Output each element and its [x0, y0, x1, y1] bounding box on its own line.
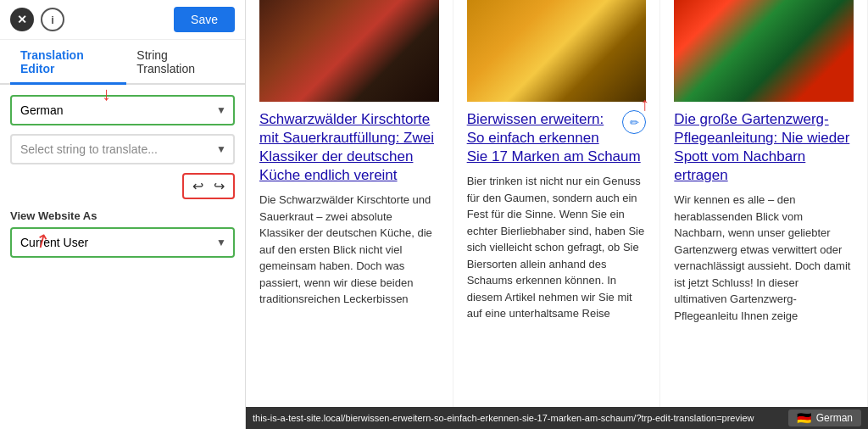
article-title-1[interactable]: Schwarzwälder Kirschtorte mit Sauerkraut…	[259, 110, 439, 185]
view-as-select-wrapper: Current User Administrator Guest ▼	[10, 227, 235, 258]
german-flag: 🇩🇪	[797, 411, 811, 425]
status-url: this-is-a-test-site.local/bierwissen-erw…	[253, 413, 754, 423]
string-select-wrapper: Select string to translate... ▼	[10, 134, 235, 164]
article-text-1: Die Schwarzwälder Kirschtorte und Sauerk…	[259, 192, 439, 308]
panel-body: ↓ German French Spanish ▼ Select string …	[0, 85, 245, 209]
tab-bar: Translation Editor String Translation	[0, 40, 245, 85]
tab-translation-editor[interactable]: Translation Editor	[10, 40, 126, 85]
article-col-3: Die große Gartenzwerg-Pflegeanleitung: N…	[660, 0, 868, 429]
german-badge: 🇩🇪 German	[788, 410, 861, 426]
translation-panel: ✕ i Save Translation Editor String Trans…	[0, 0, 246, 429]
string-select[interactable]: Select string to translate...	[10, 134, 235, 164]
close-button[interactable]: ✕	[10, 8, 34, 31]
info-button[interactable]: i	[41, 8, 64, 31]
content-grid: Schwarzwälder Kirschtorte mit Sauerkraut…	[246, 0, 868, 429]
article-title-2-wrapper: ✏ Bierwissen erweitern: So einfach erken…	[467, 110, 647, 166]
save-button[interactable]: Save	[174, 7, 235, 32]
status-bar: this-is-a-test-site.local/bierwissen-erw…	[246, 407, 868, 429]
top-bar: ✕ i Save	[0, 0, 245, 40]
language-select[interactable]: German French Spanish	[10, 95, 235, 125]
language-select-wrapper: German French Spanish ▼	[10, 95, 235, 125]
undo-redo-box: ↩ ↪	[182, 173, 235, 199]
article-text-3: Wir kennen es alle – den herablassenden …	[674, 192, 854, 324]
right-content: Schwarzwälder Kirschtorte mit Sauerkraut…	[246, 0, 868, 429]
undo-redo-row: ↩ ↪	[10, 173, 235, 199]
tab-string-translation[interactable]: String Translation	[126, 40, 235, 85]
view-as-label: View Website As	[10, 209, 235, 222]
view-as-select[interactable]: Current User Administrator Guest	[10, 227, 235, 258]
redo-button[interactable]: ↪	[210, 176, 228, 196]
german-label: German	[816, 412, 853, 424]
undo-button[interactable]: ↩	[189, 176, 207, 196]
article-image-beer	[467, 0, 647, 102]
article-image-gnome	[674, 0, 854, 102]
view-as-section: View Website As Current User Administrat…	[0, 209, 245, 268]
article-col-1: Schwarzwälder Kirschtorte mit Sauerkraut…	[246, 0, 453, 429]
article-title-3[interactable]: Die große Gartenzwerg-Pflegeanleitung: N…	[674, 110, 854, 185]
article-text-2: Bier trinken ist nicht nur ein Genuss fü…	[467, 173, 647, 322]
article-image-cake	[259, 0, 439, 102]
article-col-2: ✏ Bierwissen erweitern: So einfach erken…	[453, 0, 661, 429]
article-title-2[interactable]: Bierwissen erweitern: So einfach erkenne…	[467, 110, 647, 166]
